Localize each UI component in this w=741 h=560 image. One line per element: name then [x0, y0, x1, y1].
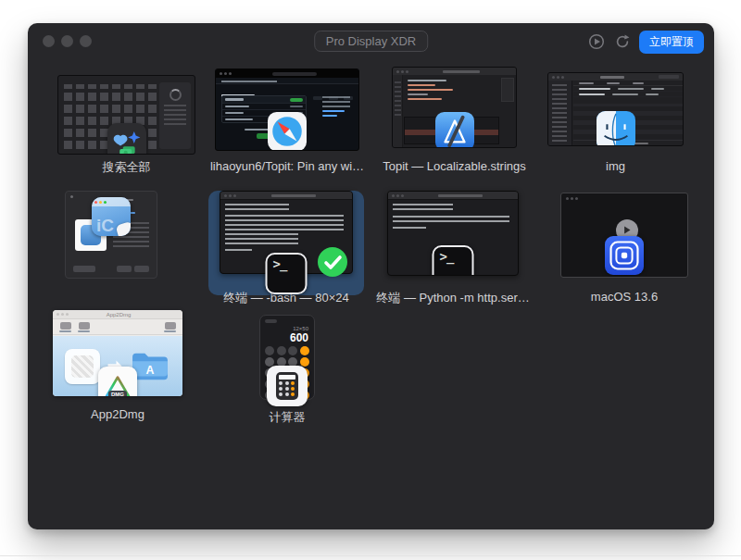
finder-sidebar: [548, 81, 572, 145]
url-bar: [272, 72, 317, 76]
bar: [290, 106, 303, 107]
calc-result: 600: [290, 331, 308, 344]
window-thumbnail-safari[interactable]: lihaoyun6/Topit: Pin any wi…: [215, 68, 359, 151]
player-window-preview: [560, 193, 688, 278]
app-dropzone: [65, 349, 100, 384]
toolbar: [53, 319, 182, 335]
file-table-header: [222, 96, 306, 103]
svg-text:A: A: [146, 363, 155, 376]
text-lines: [552, 84, 567, 142]
text-lines: [393, 225, 426, 229]
bar: [633, 82, 644, 84]
icon-letters: iC: [96, 216, 114, 236]
window-thumbnail-search-all[interactable]: 搜索全部: [57, 75, 195, 155]
finder-window-preview: [547, 72, 684, 146]
traffic-lights: [43, 35, 92, 47]
window-titlebar: [388, 192, 518, 200]
tool-icon: [79, 322, 90, 330]
spinner-icon: [170, 89, 182, 101]
confirm-button: [134, 266, 149, 272]
play-circle-icon[interactable]: [587, 33, 605, 51]
window-titlebar: App2Dmg: [53, 310, 182, 319]
selection-highlight: >_: [208, 191, 364, 295]
red-dot: [94, 201, 97, 204]
display-selector[interactable]: Pro Display XDR: [314, 31, 429, 52]
thumbnail-label: 终端 — Python -m http.ser…: [364, 290, 542, 306]
bar: [313, 96, 322, 100]
window-title-bar: [271, 194, 316, 197]
terminal-prompt-glyph: >_: [273, 256, 287, 271]
window-title: App2Dmg: [70, 310, 167, 319]
app2dmg-window-preview: App2Dmg: [53, 310, 182, 396]
window-thumbnail-finder[interactable]: img: [547, 72, 684, 146]
icon-titlebar: [92, 197, 131, 206]
finder-icon: [597, 111, 635, 146]
file-row: [222, 103, 306, 109]
bar: [579, 88, 610, 90]
text-lines: [225, 233, 298, 244]
side-panel: [159, 82, 191, 149]
editor-code-lines: [408, 80, 474, 100]
bar: [612, 93, 638, 95]
close-button[interactable]: [43, 35, 55, 47]
mini-traffic-lights: [265, 319, 277, 323]
window-thumbnail-xcode[interactable]: Topit — Localizable.strings: [392, 67, 517, 148]
text-lines: [393, 213, 509, 222]
navigator-sidebar: [393, 75, 403, 147]
green-dot: [104, 201, 107, 204]
refresh-icon[interactable]: [613, 33, 631, 51]
bar: [225, 112, 244, 114]
calculator-icon-keys: [279, 381, 295, 396]
minimize-button[interactable]: [61, 35, 73, 47]
text-lines: [225, 247, 252, 251]
pin-button[interactable]: 立即置顶: [639, 31, 704, 54]
calculator-icon-body: [276, 372, 298, 400]
bar: [618, 88, 644, 90]
toolbar-item: [78, 322, 90, 332]
window-thumbnail-terminal-bash[interactable]: >_ 终端 — -bash — 80×24: [208, 182, 364, 295]
text-lines: [393, 204, 453, 210]
safari-icon: [268, 112, 307, 151]
terminal-output: [388, 200, 518, 232]
terminal-window-preview: >_: [387, 191, 519, 276]
window-title-bar: [600, 76, 624, 79]
bar: [607, 82, 620, 84]
inspector-panel: [501, 78, 514, 102]
site-nav: [216, 78, 358, 84]
thumbnail-label: Topit — Localizable.strings: [369, 159, 540, 173]
window-app-icon: iC: [92, 197, 131, 236]
mini-traffic-lights: [220, 72, 222, 75]
desktop-background: Pro Display XDR 立即置顶: [0, 0, 741, 560]
search-app-icon: [107, 123, 146, 155]
window-thumbnail-terminal-python[interactable]: >_ 终端 — Python -m http.ser…: [387, 191, 519, 276]
about-text: [322, 95, 350, 107]
text-lines: [225, 204, 289, 210]
thumbnail-label: img: [524, 159, 707, 173]
window-title-bar: [443, 70, 480, 73]
yellow-dot: [99, 201, 102, 204]
text-lines: [395, 79, 401, 116]
window-thumbnail-app2dmg[interactable]: App2Dmg: [53, 310, 182, 396]
window-title-bar: [438, 194, 483, 197]
browser-window-preview: [215, 68, 359, 151]
window-thumbnail-macos-installer[interactable]: macOS 13.6: [560, 193, 688, 278]
file-row: [573, 92, 683, 97]
mini-traffic-lights: [566, 197, 569, 200]
xcode-icon: [435, 112, 474, 148]
bar: [225, 98, 244, 101]
titlebar-actions: 立即置顶: [587, 31, 704, 54]
window-thumbnail-calculator[interactable]: 12×50 600 计算器: [230, 315, 345, 400]
tool-label-bar: [78, 330, 90, 332]
toolbar-item: [164, 322, 176, 332]
tool-icon: [165, 322, 176, 330]
dmg-badge: DMG: [108, 391, 127, 397]
link-bar: [322, 110, 345, 112]
code-button: [290, 98, 303, 102]
calculator-window-preview: 12×50 600: [259, 315, 315, 400]
zoom-button[interactable]: [80, 35, 92, 47]
nav-links: [221, 80, 277, 82]
left-button: [73, 266, 95, 272]
window-thumbnail-dialog[interactable]: iC: [65, 191, 157, 279]
bar: [225, 118, 253, 120]
icon-grid-window-preview: [57, 75, 195, 155]
